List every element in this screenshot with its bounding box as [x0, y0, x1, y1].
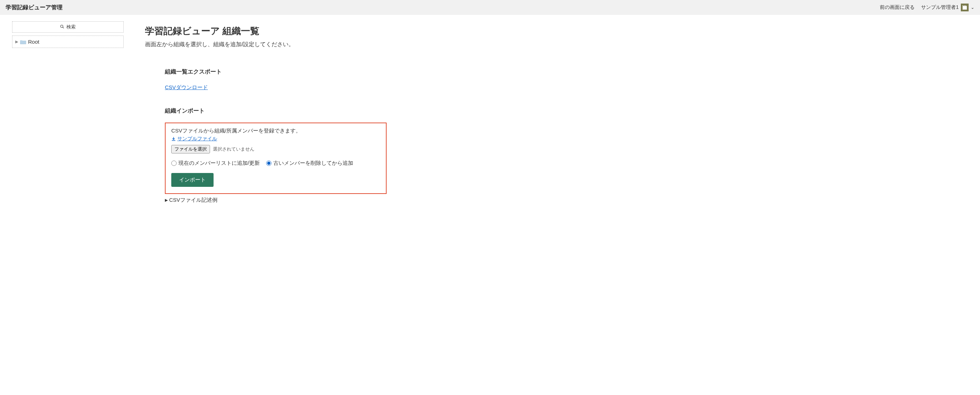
tree-expand-icon[interactable]: ▶ [15, 40, 18, 44]
org-tree: ▶ Root [12, 35, 124, 48]
sample-file-link[interactable]: サンプルファイル [171, 136, 217, 142]
tree-item-root[interactable]: ▶ Root [15, 38, 121, 46]
top-bar-right: 前の画面に戻る サンプル管理者1 ⌄ [880, 3, 974, 11]
page-title: 学習記録ビューア 組織一覧 [145, 25, 510, 37]
radio-replace-label: 古いメンバーを削除してから追加 [273, 160, 353, 167]
radio-append-label: 現在のメンバーリストに追加/更新 [178, 160, 260, 167]
user-name-label: サンプル管理者1 [921, 4, 959, 11]
import-box: CSVファイルから組織/所属メンバーを登録できます。 サンプルファイル ファイル… [165, 122, 387, 194]
csv-download-link[interactable]: CSVダウンロード [165, 84, 208, 91]
import-heading: 組織インポート [165, 107, 510, 115]
svg-point-0 [61, 25, 63, 27]
disclosure-triangle-icon: ▶ [165, 198, 168, 203]
svg-line-1 [63, 27, 64, 28]
search-label: 検索 [67, 24, 76, 30]
search-icon [60, 24, 64, 30]
chevron-down-icon: ⌄ [971, 5, 974, 10]
import-mode-radio-group: 現在のメンバーリストに追加/更新 古いメンバーを削除してから追加 [171, 160, 380, 167]
sample-file-label: サンプルファイル [177, 136, 217, 142]
import-button[interactable]: インポート [171, 173, 213, 187]
file-chooser-row: ファイルを選択 選択されていません [171, 145, 380, 154]
app-title: 学習記録ビューア管理 [6, 4, 62, 11]
sidebar: 検索 ▶ Root [0, 15, 128, 48]
radio-replace-input[interactable] [266, 160, 272, 166]
file-choose-button[interactable]: ファイルを選択 [171, 145, 210, 154]
file-status-text: 選択されていません [213, 146, 255, 152]
search-box[interactable]: 検索 [12, 21, 124, 33]
back-link[interactable]: 前の画面に戻る [880, 4, 915, 11]
export-heading: 組織一覧エクスポート [165, 68, 510, 76]
main-content: 学習記録ビューア 組織一覧 画面左から組織を選択し、組織を追加/設定してください… [128, 15, 519, 212]
disclosure-label: CSVファイル記述例 [169, 197, 218, 203]
download-icon [171, 137, 176, 141]
avatar [961, 3, 969, 11]
import-description: CSVファイルから組織/所属メンバーを登録できます。 [171, 127, 380, 134]
castle-icon [962, 5, 967, 10]
radio-option-append[interactable]: 現在のメンバーリストに追加/更新 [171, 160, 260, 167]
radio-append-input[interactable] [171, 160, 177, 166]
csv-example-disclosure[interactable]: ▶ CSVファイル記述例 [165, 197, 510, 203]
top-bar: 学習記録ビューア管理 前の画面に戻る サンプル管理者1 ⌄ [0, 0, 980, 15]
radio-option-replace[interactable]: 古いメンバーを削除してから追加 [266, 160, 353, 167]
page-subtitle: 画面左から組織を選択し、組織を追加/設定してください。 [145, 41, 510, 48]
user-menu[interactable]: サンプル管理者1 ⌄ [921, 3, 974, 11]
tree-item-label: Root [28, 39, 40, 45]
folder-icon [20, 40, 26, 44]
